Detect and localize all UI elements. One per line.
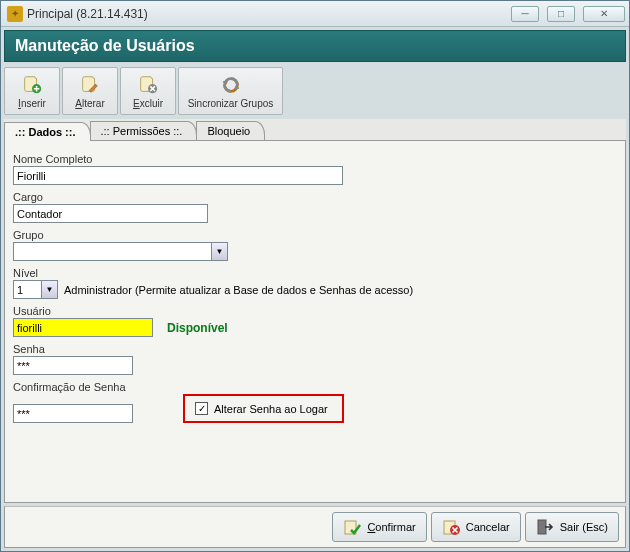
nivel-label: Nível (13, 267, 617, 279)
tab-dados[interactable]: .:: Dados ::. (4, 122, 91, 141)
confirm-icon (343, 518, 361, 536)
conf-senha-label: Confirmação de Senha (13, 381, 617, 393)
excluir-button[interactable]: Excluir (120, 67, 176, 115)
grupo-combo[interactable]: ▼ (13, 242, 228, 261)
checkmark-icon: ✓ (198, 403, 206, 414)
alterar-button[interactable]: Alterar (62, 67, 118, 115)
confirmar-label: Confirmar (367, 521, 415, 533)
usuario-label: Usuário (13, 305, 617, 317)
sync-label: Sincronizar Grupos (188, 98, 274, 109)
exit-icon (536, 518, 554, 536)
nivel-field[interactable] (13, 280, 41, 299)
highlight-box: ✓ Alterar Senha ao Logar (183, 394, 344, 423)
alterar-senha-label: Alterar Senha ao Logar (214, 403, 328, 415)
alterar-label: Alterar (75, 98, 104, 109)
conf-senha-field[interactable] (13, 404, 133, 423)
senha-label: Senha (13, 343, 617, 355)
sair-button[interactable]: Sair (Esc) (525, 512, 619, 542)
cargo-field[interactable] (13, 204, 208, 223)
confirmar-button[interactable]: Confirmar (332, 512, 426, 542)
section-title: Manuteção de Usuários (4, 30, 626, 62)
edit-icon (78, 74, 102, 96)
disponivel-label: Disponível (167, 321, 228, 335)
sincronizar-button[interactable]: Sincronizar Grupos (178, 67, 283, 115)
nome-field[interactable] (13, 166, 343, 185)
titlebar: ✦ Principal (8.21.14.431) ─ □ ✕ (1, 1, 629, 27)
sair-label: Sair (Esc) (560, 521, 608, 533)
application-window: ✦ Principal (8.21.14.431) ─ □ ✕ Manuteçã… (0, 0, 630, 552)
footer-bar: Confirmar Cancelar Sair (Esc) (4, 506, 626, 548)
excluir-label: Excluir (133, 98, 163, 109)
alterar-senha-checkbox[interactable]: ✓ (195, 402, 208, 415)
close-button[interactable]: ✕ (583, 6, 625, 22)
cargo-label: Cargo (13, 191, 617, 203)
window-title: Principal (8.21.14.431) (27, 7, 507, 21)
app-icon: ✦ (7, 6, 23, 22)
inserir-button[interactable]: Inserir (4, 67, 60, 115)
grupo-field[interactable] (13, 242, 211, 261)
usuario-field[interactable] (13, 318, 153, 337)
maximize-button[interactable]: □ (547, 6, 575, 22)
grupo-label: Grupo (13, 229, 617, 241)
nivel-description: Administrador (Permite atualizar a Base … (64, 284, 413, 296)
tab-bloqueio[interactable]: Bloqueio (196, 121, 265, 140)
nome-label: Nome Completo (13, 153, 617, 165)
chevron-down-icon[interactable]: ▼ (211, 242, 228, 261)
cancelar-button[interactable]: Cancelar (431, 512, 521, 542)
tab-permissoes[interactable]: .:: Permissões ::. (90, 121, 198, 140)
svg-rect-5 (538, 520, 546, 534)
insert-icon (20, 74, 44, 96)
cancel-icon (442, 518, 460, 536)
sync-icon (219, 74, 243, 96)
cancelar-label: Cancelar (466, 521, 510, 533)
form-panel: Nome Completo Cargo Grupo ▼ Nível ▼ Admi… (4, 141, 626, 503)
toolbar: Inserir Alterar Excluir Sincronizar Grup… (4, 65, 626, 117)
minimize-button[interactable]: ─ (511, 6, 539, 22)
chevron-down-icon[interactable]: ▼ (41, 280, 58, 299)
tabs: .:: Dados ::. .:: Permissões ::. Bloquei… (4, 119, 626, 141)
delete-icon (136, 74, 160, 96)
senha-field[interactable] (13, 356, 133, 375)
nivel-combo[interactable]: ▼ (13, 280, 58, 299)
window-controls: ─ □ ✕ (507, 1, 629, 26)
inserir-label: Inserir (18, 98, 46, 109)
